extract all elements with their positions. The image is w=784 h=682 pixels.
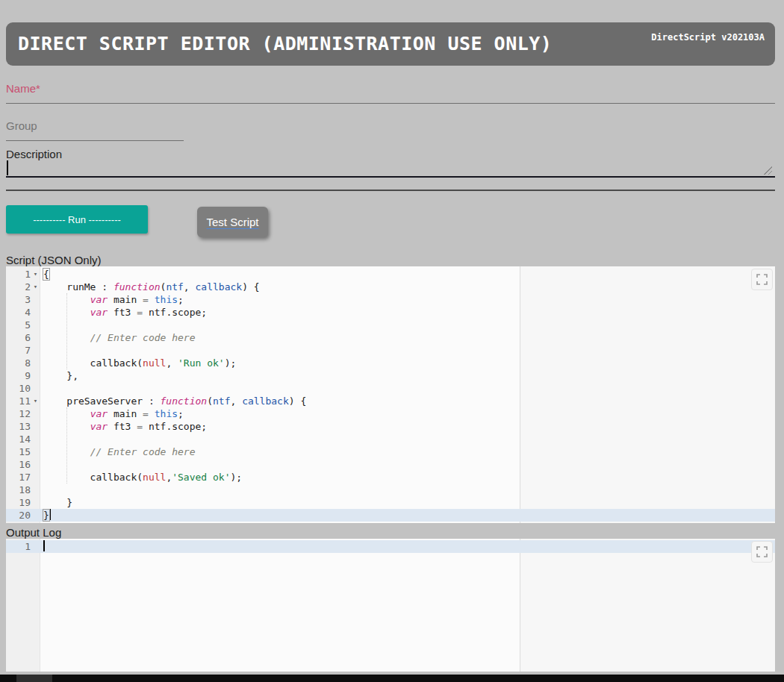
code-line-row: 11▾ preSaveServer : function(ntf, callba… <box>6 395 775 407</box>
code-line-row: 14 <box>6 433 775 445</box>
code-line[interactable]: var main = this; <box>40 407 775 420</box>
code-line[interactable]: preSaveServer : function(ntf, callback) … <box>40 395 775 407</box>
code-line-row: 9 }, <box>6 369 775 382</box>
line-number: 10 <box>6 382 40 395</box>
fullscreen-icon <box>756 274 768 285</box>
line-number: 14 <box>6 433 40 445</box>
line-number: 16 <box>6 458 40 471</box>
line-number: 2▾ <box>6 281 40 293</box>
code-line[interactable] <box>40 484 775 496</box>
code-line[interactable]: var ft3 = ntf.scope; <box>40 306 775 319</box>
code-line-row: 12 var main = this; <box>6 407 775 420</box>
code-line-row: 10 <box>6 382 775 395</box>
text-cursor <box>7 160 8 175</box>
line-number: 11▾ <box>6 395 40 407</box>
line-number: 20 <box>6 509 40 522</box>
output-log-label: Output Log <box>6 526 61 539</box>
code-line[interactable] <box>40 319 775 331</box>
code-line[interactable] <box>40 433 775 445</box>
code-line-row: 20} <box>6 509 775 522</box>
code-line[interactable] <box>40 540 775 553</box>
fullscreen-button[interactable] <box>751 541 773 563</box>
code-line-row: 16 <box>6 458 775 471</box>
line-number: 5 <box>6 319 40 331</box>
line-number: 3 <box>6 293 40 306</box>
bottom-bar <box>0 675 784 682</box>
code-line[interactable]: var ft3 = ntf.scope; <box>40 420 775 433</box>
column-ruler <box>520 539 775 672</box>
test-script-label: Test Script <box>206 216 258 228</box>
code-line[interactable]: var main = this; <box>40 293 775 306</box>
bottom-bar-segment <box>16 675 52 682</box>
description-textarea[interactable] <box>6 159 775 178</box>
line-number-gutter <box>6 539 40 672</box>
script-code-editor[interactable]: 1▾{2▾ runMe : function(ntf, callback) {3… <box>6 266 775 523</box>
code-line[interactable] <box>40 344 775 357</box>
code-line-row: 15 // Enter code here <box>6 445 775 458</box>
code-line-row: 6 // Enter code here <box>6 331 775 344</box>
code-line[interactable] <box>40 458 775 471</box>
code-line-row: 8 callback(null, 'Run ok'); <box>6 357 775 369</box>
code-line-row: 1▾{ <box>6 268 775 281</box>
fullscreen-button[interactable] <box>751 269 773 290</box>
line-number: 8 <box>6 357 40 369</box>
code-line[interactable] <box>40 382 775 395</box>
group-input[interactable] <box>6 125 184 141</box>
code-line[interactable]: } <box>40 496 775 509</box>
line-number: 9 <box>6 369 40 382</box>
line-number: 4 <box>6 306 40 319</box>
run-button[interactable]: ---------- Run ---------- <box>6 205 148 234</box>
header-bar: DIRECT SCRIPT EDITOR (ADMINISTRATION USE… <box>6 22 775 66</box>
fold-toggle-icon[interactable]: ▾ <box>31 268 40 281</box>
code-line[interactable]: } <box>40 509 775 522</box>
line-number: 17 <box>6 471 40 484</box>
code-line-row: 3 var main = this; <box>6 293 775 306</box>
code-line-row: 18 <box>6 484 775 496</box>
code-line[interactable]: // Enter code here <box>40 331 775 344</box>
code-line-row: 19 } <box>6 496 775 509</box>
line-number: 12 <box>6 407 40 420</box>
divider <box>6 190 775 191</box>
code-line[interactable]: callback(null, 'Run ok'); <box>40 357 775 369</box>
line-number: 1▾ <box>6 268 40 281</box>
line-number: 13 <box>6 420 40 433</box>
name-input[interactable] <box>6 87 775 104</box>
code-lines: 1 <box>6 540 775 553</box>
code-line-row: 1 <box>6 540 775 553</box>
code-line-row: 4 var ft3 = ntf.scope; <box>6 306 775 319</box>
code-line[interactable]: }, <box>40 369 775 382</box>
code-line[interactable]: // Enter code here <box>40 445 775 458</box>
test-script-button[interactable]: Test Script <box>197 207 268 237</box>
text-cursor <box>49 509 51 520</box>
code-line[interactable]: runMe : function(ntf, callback) { <box>40 281 775 293</box>
fold-toggle-icon[interactable]: ▾ <box>31 281 40 293</box>
code-line-row: 5 <box>6 319 775 331</box>
line-number: 18 <box>6 484 40 496</box>
fold-toggle-icon[interactable]: ▾ <box>31 395 40 407</box>
fullscreen-icon <box>756 546 768 557</box>
code-line-row: 13 var ft3 = ntf.scope; <box>6 420 775 433</box>
code-lines: 1▾{2▾ runMe : function(ntf, callback) {3… <box>6 268 775 522</box>
code-line-row: 17 callback(null,'Saved ok'); <box>6 471 775 484</box>
code-line-row: 2▾ runMe : function(ntf, callback) { <box>6 281 775 293</box>
line-number: 1 <box>6 540 40 553</box>
line-number: 19 <box>6 496 40 509</box>
page-title: DIRECT SCRIPT EDITOR (ADMINISTRATION USE… <box>18 33 552 54</box>
output-log-editor[interactable]: 1 <box>6 539 775 672</box>
code-line[interactable]: callback(null,'Saved ok'); <box>40 471 775 484</box>
line-number: 6 <box>6 331 40 344</box>
code-line[interactable]: { <box>40 268 775 281</box>
code-line-row: 7 <box>6 344 775 357</box>
line-number: 7 <box>6 344 40 357</box>
line-number: 15 <box>6 445 40 458</box>
version-label: DirectScript v202103A <box>651 32 765 43</box>
text-cursor <box>43 540 45 551</box>
script-editor-label: Script (JSON Only) <box>6 254 102 266</box>
